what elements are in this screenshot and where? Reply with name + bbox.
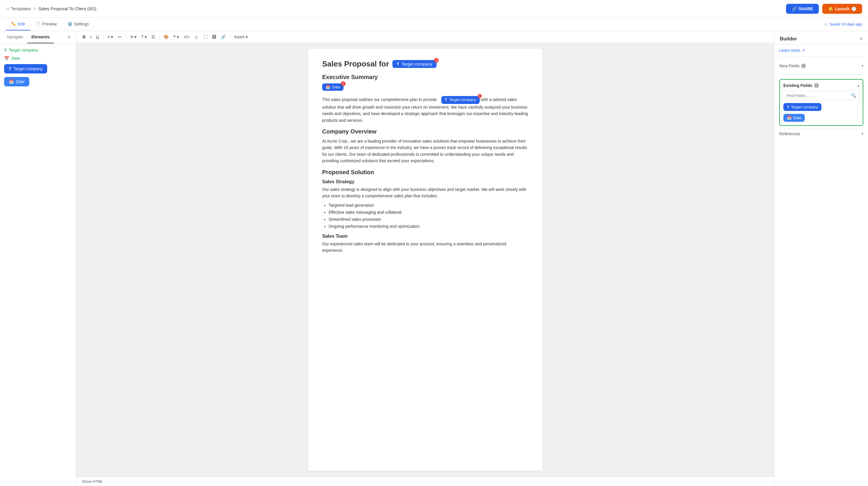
company-overview-paragraph: At Acme Corp , we are a leading provider… [322,138,528,164]
right-panel: Builder × Learn more ↗ New Fields i ▾ [774,31,868,486]
new-fields-row[interactable]: New Fields i ▾ [779,61,863,70]
text-size-button[interactable]: T ▾ [140,33,149,40]
left-panel: Navigate Elements × T Target company 📅 D… [0,31,76,486]
italic-button[interactable]: I [88,33,93,40]
learn-more-link[interactable]: Learn more ↗ [779,48,863,53]
settings-icon: ⚙️ [67,22,72,26]
share-button[interactable]: 🔗 SHARE [786,4,819,14]
divider-1 [779,57,863,57]
text-badge-icon: T [9,66,11,71]
find-fields-search: 🔍 [783,91,859,100]
underline-button[interactable]: U [94,33,101,40]
divider-2 [779,75,863,75]
company-overview-heading: Company Overview [322,128,528,135]
left-date-text[interactable]: 📅 Date [4,56,72,61]
toolbar-sep-4 [230,34,230,40]
date-inline-field[interactable]: 📅 Date × [322,84,343,91]
launch-icon: 🔔 [828,6,833,11]
document-title-breadcrumb: Sales Proposal To Client (0/2) [38,6,96,11]
list-button[interactable]: ≔ [116,33,124,40]
tab-elements[interactable]: Elements [27,31,54,43]
document-title-row: Sales Proposal for T Target company × [322,59,528,68]
left-target-company-badge[interactable]: T Target company [4,64,47,73]
second-nav: ✏️ Edit 📄 Preview ⚙️ Settings ☁️ Saved 2… [0,18,868,31]
breadcrumb-separator: > [33,6,36,11]
tab-navigate[interactable]: Navigate [3,31,27,43]
existing-date-field[interactable]: 📅 Date [783,114,805,122]
emoji-button[interactable]: ☺ [193,33,200,40]
show-html-bar[interactable]: Show HTML [76,477,774,486]
templates-breadcrumb[interactable]: ☆ Templates [6,6,31,11]
align-button[interactable]: ≡ ▾ [106,33,115,40]
top-nav-right: 🔗 SHARE 🔔 Launch 🕐 [786,4,862,14]
document-wrapper: Sales Proposal for T Target company × Ex… [76,43,774,477]
existing-fields-header: Existing Fields i ▴ [783,83,859,88]
title-target-company-field[interactable]: T Target company × [393,60,437,68]
saved-indicator: ☁️ Saved 24 days ago [824,22,862,26]
existing-target-company-field[interactable]: T Target company [783,103,822,111]
edit-icon: ✏️ [11,22,16,26]
title-field-t-icon: T [397,62,399,66]
new-fields-label: New Fields i [779,64,806,68]
existing-date-calendar-icon: 📅 [787,116,792,120]
left-tab-group: Navigate Elements [3,31,54,43]
toolbar-sep-3 [159,34,160,40]
inline-field-close-icon[interactable]: × [477,94,482,98]
tab-preview[interactable]: 📄 Preview [30,18,62,30]
quote-button[interactable]: ❝ ▾ [172,33,181,40]
right-panel-close-button[interactable]: × [860,36,863,42]
insert-button[interactable]: Insert ▾ [232,33,249,40]
existing-fields-info-icon: i [814,83,819,88]
proposed-solution-heading: Proposed Solution [322,169,528,176]
preview-icon: 📄 [35,22,40,26]
references-label: References [779,131,800,136]
left-target-company-text[interactable]: T Target company [4,48,72,53]
link-button[interactable]: 🔗 [219,33,227,40]
references-chevron: ▾ [862,132,863,136]
code-button[interactable]: </> [182,33,191,40]
document: Sales Proposal for T Target company × Ex… [308,49,542,471]
sales-team-paragraph: Our experienced sales team will be dedic… [322,241,528,254]
inline-field-t-icon: T [445,97,447,103]
list-item: Streamlined sales processes [329,216,528,223]
fullscreen-button[interactable]: ⛶ [202,33,209,40]
editor-area: B I U ≡ ▾ ≔ H ▾ T ▾ ☰ 🎨 ❝ ▾ </> ☺ ⛶ 🖼 🔗 … [76,31,774,486]
top-nav: ☆ Templates > Sales Proposal To Client (… [0,0,868,18]
launch-button[interactable]: 🔔 Launch 🕐 [822,4,862,14]
clock-icon: 🕐 [851,6,856,11]
right-panel-header: Builder × [775,31,868,44]
tab-edit[interactable]: ✏️ Edit [6,18,30,30]
tab-settings[interactable]: ⚙️ Settings [62,18,94,30]
left-date-badge[interactable]: 📅 Date [4,77,29,86]
heading-button[interactable]: H ▾ [129,33,138,40]
title-text: Sales Proposal for [322,59,389,68]
bold-button[interactable]: B [81,33,87,40]
list-item: Targeted lead generation [329,202,528,209]
sales-strategy-list: Targeted lead generation Effective sales… [322,202,528,230]
builder-title: Builder [780,36,797,42]
calendar-icon-left: 📅 [4,56,9,61]
breadcrumb: ☆ Templates > Sales Proposal To Client (… [6,6,96,11]
color-button[interactable]: 🎨 [162,33,170,40]
inline-target-company-field[interactable]: T Target company × [441,96,479,104]
toolbar: B I U ≡ ▾ ≔ H ▾ T ▾ ☰ 🎨 ❝ ▾ </> ☺ ⛶ 🖼 🔗 … [76,31,774,43]
left-panel-close-button[interactable]: × [65,33,73,41]
cloud-icon: ☁️ [824,22,828,26]
left-panel-tabs: Navigate Elements × [0,31,76,44]
search-icon: 🔍 [851,93,856,98]
list-item: Effective sales messaging and collateral [329,209,528,216]
new-fields-chevron: ▾ [862,64,863,68]
image-button[interactable]: 🖼 [210,33,218,40]
right-panel-body: Learn more ↗ New Fields i ▾ Existing Fie… [775,44,868,142]
toolbar-sep-1 [103,34,103,40]
second-nav-tabs: ✏️ Edit 📄 Preview ⚙️ Settings [6,18,94,30]
external-link-icon: ↗ [802,48,805,53]
references-row[interactable]: References ▾ [779,129,863,138]
title-field-close-icon[interactable]: × [434,58,439,63]
find-fields-input[interactable] [786,93,849,98]
text-type-icon: T [4,48,6,53]
sales-team-heading: Sales Team [322,234,528,239]
unordered-list-button[interactable]: ☰ [150,33,157,40]
existing-fields-chevron[interactable]: ▴ [858,84,859,88]
date-field-close-icon[interactable]: × [341,82,346,86]
